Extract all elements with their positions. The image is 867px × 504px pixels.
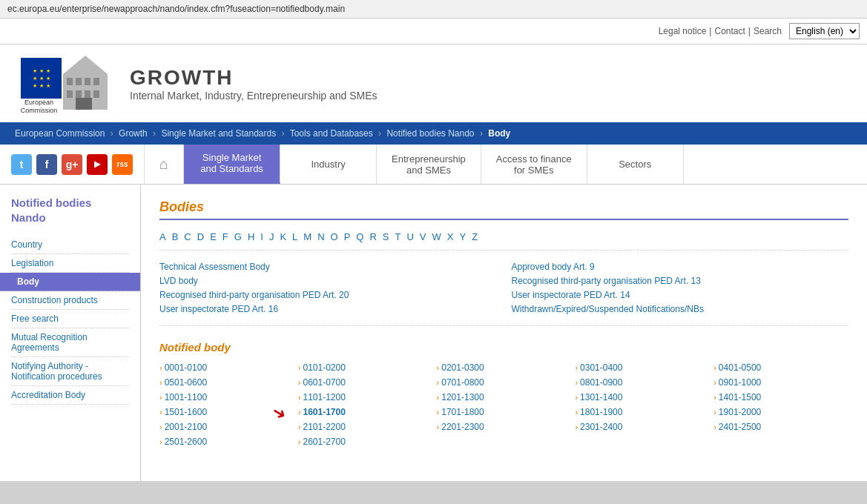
range-link-0101[interactable]: 0101-0200 xyxy=(303,362,345,373)
range-link-2601[interactable]: 2601-2700 xyxy=(303,437,345,447)
alpha-z[interactable]: Z xyxy=(472,231,478,242)
link-rpo-ped-art13[interactable]: Recognised third-party organisation PED … xyxy=(512,276,849,286)
range-link-1401[interactable]: 1401-1500 xyxy=(719,392,761,402)
twitter-icon[interactable]: t xyxy=(11,154,32,175)
link-user-inspectorate-art14[interactable]: User inspectorate PED Art. 14 xyxy=(512,290,849,300)
tab-entrepreneurship[interactable]: Entrepreneurshipand SMEs xyxy=(377,145,481,184)
range-arrow-icon: › xyxy=(437,378,440,387)
alpha-j[interactable]: J xyxy=(269,231,274,242)
sidebar-item-country[interactable]: Country xyxy=(11,236,129,254)
sidebar-item-legislation[interactable]: Legislation xyxy=(11,254,129,273)
range-link-0301[interactable]: 0301-0400 xyxy=(580,362,622,373)
contact-link[interactable]: Contact xyxy=(714,26,745,36)
alpha-h[interactable]: H xyxy=(248,231,254,242)
search-link[interactable]: Search xyxy=(754,26,782,36)
bc-sep: › xyxy=(282,128,285,139)
alpha-c[interactable]: C xyxy=(184,231,191,242)
alpha-v[interactable]: V xyxy=(420,231,426,242)
tab-sectors[interactable]: Sectors xyxy=(587,145,684,184)
range-link-2401[interactable]: 2401-2500 xyxy=(719,422,761,432)
breadcrumb-single-market[interactable]: Single Market and Standards xyxy=(161,128,276,139)
sidebar-item-notifying-authority[interactable]: Notifying Authority - Notification proce… xyxy=(11,357,129,386)
tab-single-market[interactable]: Single Marketand Standards xyxy=(184,145,280,184)
breadcrumb-tools[interactable]: Tools and Databases xyxy=(290,128,373,139)
range-link-1001[interactable]: 1001-1100 xyxy=(165,392,207,402)
range-link-1501[interactable]: 1501-1600 xyxy=(165,407,207,417)
social-icons-bar: t f g+ ▶ rss xyxy=(0,145,145,184)
range-link-0601[interactable]: 0601-0700 xyxy=(303,377,345,388)
breadcrumb-nando[interactable]: Notified bodies Nando xyxy=(386,128,474,139)
alpha-n[interactable]: N xyxy=(317,231,324,242)
alpha-b[interactable]: B xyxy=(172,231,179,242)
range-link-0401[interactable]: 0401-0500 xyxy=(719,362,761,373)
range-link-1601[interactable]: 1601-1700 xyxy=(303,407,345,417)
sidebar-item-body[interactable]: Body xyxy=(0,273,140,291)
tab-access-finance[interactable]: Access to financefor SMEs xyxy=(481,145,587,184)
alpha-x[interactable]: X xyxy=(447,231,454,242)
alpha-t[interactable]: T xyxy=(395,231,401,242)
alpha-e[interactable]: E xyxy=(210,231,217,242)
range-arrow-icon: › xyxy=(575,408,578,417)
bc-sep: › xyxy=(378,128,381,139)
alpha-d[interactable]: D xyxy=(197,231,204,242)
range-link-1701[interactable]: 1701-1800 xyxy=(441,407,484,417)
range-item: › 2401-2500 xyxy=(713,422,848,432)
range-item: › 2001-2100 xyxy=(159,422,294,432)
alpha-p[interactable]: P xyxy=(344,231,351,242)
youtube-icon[interactable]: ▶ xyxy=(87,154,108,175)
range-link-0701[interactable]: 0701-0800 xyxy=(441,377,484,388)
range-link-2501[interactable]: 2501-2600 xyxy=(165,437,207,447)
alpha-o[interactable]: O xyxy=(331,231,338,242)
home-nav-tab[interactable]: ⌂ xyxy=(145,145,184,184)
legal-notice-link[interactable]: Legal notice xyxy=(659,26,707,36)
google-plus-icon[interactable]: g+ xyxy=(62,154,82,175)
range-link-0801[interactable]: 0801-0900 xyxy=(580,377,622,388)
nav-tabs: ⌂ Single Marketand Standards Industry En… xyxy=(145,145,867,184)
link-withdrawn-expired[interactable]: Withdrawn/Expired/Suspended Notification… xyxy=(512,304,849,314)
tab-industry[interactable]: Industry xyxy=(280,145,377,184)
range-item: › 0601-0700 xyxy=(298,377,433,388)
facebook-icon[interactable]: f xyxy=(36,154,57,175)
alpha-q[interactable]: Q xyxy=(356,231,363,242)
link-approved-body-art9[interactable]: Approved body Art. 9 xyxy=(512,262,849,272)
range-link-1201[interactable]: 1201-1300 xyxy=(441,392,484,402)
alpha-i[interactable]: I xyxy=(260,231,263,242)
range-link-1301[interactable]: 1301-1400 xyxy=(580,392,622,402)
range-link-1801[interactable]: 1801-1900 xyxy=(580,407,622,417)
alpha-w[interactable]: W xyxy=(432,231,441,242)
alpha-f[interactable]: F xyxy=(222,231,228,242)
alpha-a[interactable]: A xyxy=(159,231,166,242)
alpha-s[interactable]: S xyxy=(383,231,389,242)
sidebar-item-construction-products[interactable]: Construction products xyxy=(11,291,129,310)
range-link-2101[interactable]: 2101-2200 xyxy=(303,422,345,432)
rss-icon[interactable]: rss xyxy=(112,154,133,175)
sidebar-item-accreditation[interactable]: Accreditation Body xyxy=(11,386,129,405)
language-select[interactable]: English (en) xyxy=(789,23,860,39)
link-user-inspectorate-art16[interactable]: User inspectorate PED Art. 16 xyxy=(159,304,497,314)
alpha-u[interactable]: U xyxy=(406,231,413,242)
range-link-0901[interactable]: 0901-1000 xyxy=(719,377,761,388)
range-link-1101[interactable]: 1101-1200 xyxy=(303,392,345,402)
alpha-m[interactable]: M xyxy=(303,231,311,242)
alpha-r[interactable]: R xyxy=(369,231,376,242)
link-technical-assessment-body[interactable]: Technical Assessment Body xyxy=(159,262,497,272)
link-lvd-body[interactable]: LVD body xyxy=(159,276,497,286)
alpha-k[interactable]: K xyxy=(280,231,286,242)
breadcrumb-ec[interactable]: European Commission xyxy=(15,128,105,139)
alpha-g[interactable]: G xyxy=(234,231,242,242)
sidebar-item-mutual-recognition[interactable]: Mutual Recognition Agreements xyxy=(11,328,129,357)
range-link-1901[interactable]: 1901-2000 xyxy=(719,407,761,417)
range-link-2301[interactable]: 2301-2400 xyxy=(580,422,622,432)
range-link-2001[interactable]: 2001-2100 xyxy=(165,422,207,432)
sidebar-item-free-search[interactable]: Free search xyxy=(11,310,129,328)
range-link-0001[interactable]: 0001-0100 xyxy=(165,362,207,373)
range-link-0201[interactable]: 0201-0300 xyxy=(441,362,484,373)
star: ★ xyxy=(33,68,37,74)
range-link-0501[interactable]: 0501-0600 xyxy=(165,377,207,388)
alpha-y[interactable]: Y xyxy=(459,231,466,242)
range-arrow-icon: › xyxy=(159,422,162,431)
range-link-2201[interactable]: 2201-2300 xyxy=(441,422,484,432)
alpha-l[interactable]: L xyxy=(292,231,297,242)
breadcrumb-growth[interactable]: Growth xyxy=(119,128,148,139)
link-rpo-ped-art20[interactable]: Recognised third-party organisation PED … xyxy=(159,290,497,300)
